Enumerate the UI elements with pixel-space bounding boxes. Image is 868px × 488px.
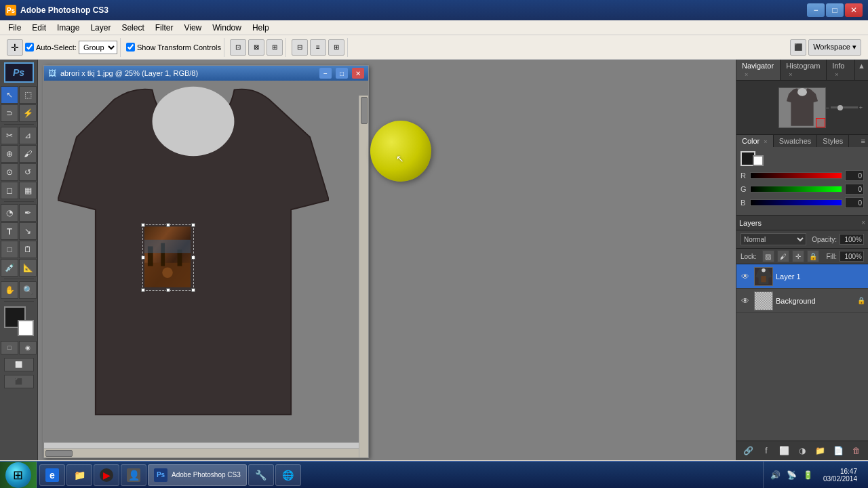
autoselect-checkbox[interactable] — [25, 43, 34, 52]
crop-tool[interactable]: ✂ — [1, 127, 18, 144]
b-slider[interactable] — [750, 199, 842, 206]
eyedropper-tool[interactable]: 💉 — [1, 259, 18, 277]
taskbar-user[interactable]: 👤 — [121, 464, 146, 486]
align-left-btn[interactable]: ⊡ — [230, 39, 246, 56]
tab-histogram[interactable]: Histogram × — [781, 60, 827, 80]
menu-view[interactable]: View — [178, 20, 207, 35]
minimize-button[interactable]: − — [807, 3, 825, 17]
hist-close[interactable]: × — [789, 71, 792, 78]
doc-close[interactable]: ✕ — [352, 68, 364, 79]
menu-layer[interactable]: Layer — [85, 20, 116, 35]
menu-image[interactable]: Image — [52, 20, 85, 35]
delete-layer-btn[interactable]: 🗑 — [850, 444, 863, 458]
align-right-btn[interactable]: ⊞ — [267, 39, 283, 56]
handle-bl[interactable] — [141, 288, 145, 292]
doc-scrollbar-h[interactable] — [44, 448, 359, 458]
layers-panel-close[interactable]: × — [861, 219, 865, 226]
taskbar-app2[interactable]: 🌐 — [275, 464, 301, 486]
lock-transparent-btn[interactable]: ▨ — [762, 250, 774, 262]
tab-styles[interactable]: Styles — [817, 135, 849, 147]
spot-heal-tool[interactable]: ⊕ — [1, 145, 18, 163]
new-layer-btn[interactable]: 📄 — [831, 444, 845, 458]
start-button[interactable]: ⊞ — [0, 462, 37, 489]
layer-link-btn[interactable]: 🔗 — [741, 444, 755, 458]
handle-br[interactable] — [191, 288, 195, 292]
scroll-thumb-v[interactable] — [361, 97, 368, 124]
panel-collapse-btn[interactable]: ▲ — [855, 60, 868, 80]
screen-cycle-btn[interactable]: ⬛ — [4, 375, 34, 388]
hand-tool[interactable]: ✋ — [1, 281, 18, 299]
pen-tool[interactable]: ✒ — [19, 204, 37, 222]
clone-tool[interactable]: ⊙ — [1, 163, 18, 181]
brush-tool[interactable]: 🖌 — [19, 145, 37, 163]
quick-select-tool[interactable]: ⚡ — [19, 104, 37, 122]
path-select-tool[interactable]: ↘ — [19, 222, 37, 240]
lock-image-btn[interactable]: 🖌 — [777, 250, 789, 262]
close-button[interactable]: ✕ — [845, 3, 863, 17]
dist-right-btn[interactable]: ⊞ — [328, 39, 344, 56]
dodge-tool[interactable]: ◔ — [1, 204, 18, 222]
screen-mode-btn-left[interactable]: □ — [1, 341, 18, 354]
type-tool[interactable]: T — [1, 222, 18, 240]
history-tool[interactable]: ↺ — [19, 163, 37, 181]
doc-canvas[interactable] — [44, 81, 368, 443]
color-panel-menu[interactable]: ≡ — [859, 135, 868, 147]
screen-mode-btn[interactable]: ⬛ — [790, 39, 806, 56]
r-slider[interactable] — [750, 172, 842, 179]
tab-color[interactable]: Color × — [736, 135, 774, 147]
eraser-tool[interactable]: ◻ — [1, 182, 18, 199]
layer-group-btn[interactable]: 📁 — [814, 444, 827, 458]
notes-tool[interactable]: 🗒 — [19, 241, 37, 258]
handle-tr[interactable] — [191, 223, 195, 227]
lasso-tool[interactable]: ⊃ — [1, 104, 18, 122]
move-tool-btn[interactable]: ✛ — [7, 39, 23, 56]
doc-maximize[interactable]: □ — [336, 68, 348, 79]
fill-input[interactable] — [840, 251, 864, 262]
bg-swatch[interactable] — [753, 155, 764, 166]
menu-file[interactable]: File — [3, 20, 26, 35]
show-transform-checkbox[interactable] — [126, 43, 135, 52]
dist-left-btn[interactable]: ⊟ — [292, 39, 308, 56]
r-value[interactable] — [845, 170, 864, 181]
handle-mr[interactable] — [191, 256, 195, 260]
g-slider[interactable] — [750, 186, 842, 192]
menu-filter[interactable]: Filter — [150, 20, 179, 35]
taskbar-media[interactable]: ▶ — [94, 464, 119, 486]
slice-tool[interactable]: ⊿ — [19, 127, 37, 144]
nav-zoom-slider[interactable] — [831, 106, 858, 108]
layer-adjustment-btn[interactable]: ◑ — [795, 444, 809, 458]
lock-all-btn[interactable]: 🔒 — [807, 250, 819, 262]
nav-close[interactable]: × — [745, 71, 748, 78]
layer-item-bg[interactable]: 👁 — [736, 289, 868, 313]
color-tab-close[interactable]: × — [764, 138, 767, 145]
workspace-btn[interactable]: Workspace ▾ — [808, 39, 861, 56]
document-window[interactable]: 🖼 abrori x tkj 1.jpg @ 25% (Layer 1, RGB… — [43, 65, 369, 458]
handle-tm[interactable] — [166, 223, 170, 227]
tab-navigator[interactable]: Navigator × — [736, 60, 781, 80]
photo-layer[interactable] — [144, 226, 192, 289]
handle-bm[interactable] — [166, 288, 170, 292]
g-value[interactable] — [845, 184, 864, 195]
background-color[interactable] — [18, 320, 34, 336]
nav-zoom-out[interactable]: − — [825, 104, 829, 111]
bg-layer-visibility[interactable]: 👁 — [739, 295, 751, 307]
doc-minimize[interactable]: − — [319, 68, 332, 79]
gradient-tool[interactable]: ▦ — [19, 182, 37, 199]
fullscreen-btn[interactable]: ⬜ — [4, 358, 34, 371]
measure-tool[interactable]: 📐 — [19, 259, 37, 277]
screen-mode-btn-right[interactable]: ◉ — [19, 341, 37, 354]
taskbar-app1[interactable]: 🔧 — [248, 464, 274, 486]
autoselect-select[interactable]: Group Layer — [79, 41, 117, 54]
zoom-tool[interactable]: 🔍 — [19, 281, 37, 299]
menu-select[interactable]: Select — [116, 20, 149, 35]
b-value[interactable] — [845, 197, 864, 208]
scroll-thumb-h[interactable] — [45, 450, 73, 457]
marquee-tool[interactable]: ⬚ — [19, 86, 37, 104]
layer-1-visibility[interactable]: 👁 — [739, 270, 751, 283]
tab-swatches[interactable]: Swatches — [774, 135, 818, 147]
nav-zoom-in[interactable]: + — [859, 104, 863, 111]
blend-mode-select[interactable]: Normal Multiply Screen Overlay — [741, 233, 806, 245]
dist-center-btn[interactable]: ≡ — [310, 39, 326, 56]
menu-help[interactable]: Help — [247, 20, 275, 35]
layer-mask-btn[interactable]: ⬜ — [777, 444, 791, 458]
